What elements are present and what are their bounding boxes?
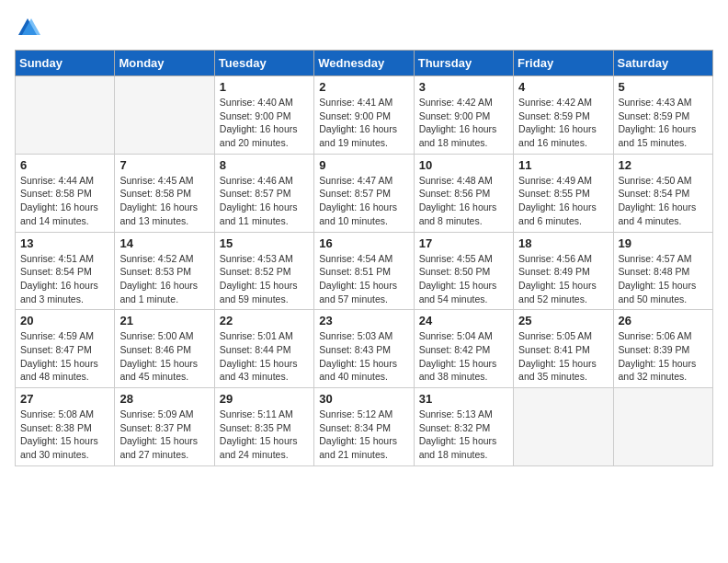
day-number: 7 — [119, 158, 209, 172]
day-number: 8 — [220, 158, 309, 172]
calendar-cell: 24Sunrise: 5:04 AM Sunset: 8:42 PM Dayli… — [414, 310, 513, 388]
day-number: 30 — [319, 392, 408, 406]
cell-text: Sunrise: 4:45 AM Sunset: 8:58 PM Dayligh… — [119, 174, 209, 228]
cell-text: Sunrise: 4:59 AM Sunset: 8:47 PM Dayligh… — [20, 329, 109, 384]
cell-text: Sunrise: 5:09 AM Sunset: 8:37 PM Dayligh… — [119, 408, 209, 462]
calendar-cell: 29Sunrise: 5:11 AM Sunset: 8:35 PM Dayli… — [214, 388, 313, 466]
calendar-cell: 28Sunrise: 5:09 AM Sunset: 8:37 PM Dayli… — [115, 388, 214, 466]
cell-text: Sunrise: 4:48 AM Sunset: 8:56 PM Dayligh… — [419, 174, 508, 228]
calendar-cell: 10Sunrise: 4:48 AM Sunset: 8:56 PM Dayli… — [414, 154, 513, 232]
calendar-cell: 9Sunrise: 4:47 AM Sunset: 8:57 PM Daylig… — [314, 154, 414, 232]
cell-text: Sunrise: 5:11 AM Sunset: 8:35 PM Dayligh… — [220, 408, 309, 462]
calendar-cell: 14Sunrise: 4:52 AM Sunset: 8:53 PM Dayli… — [115, 232, 214, 310]
day-number: 11 — [518, 158, 608, 172]
cell-text: Sunrise: 4:42 AM Sunset: 8:59 PM Dayligh… — [518, 96, 608, 150]
calendar-cell: 6Sunrise: 4:44 AM Sunset: 8:58 PM Daylig… — [16, 154, 115, 232]
calendar-cell: 20Sunrise: 4:59 AM Sunset: 8:47 PM Dayli… — [16, 310, 115, 388]
day-number: 23 — [319, 314, 408, 327]
cell-text: Sunrise: 4:44 AM Sunset: 8:58 PM Dayligh… — [20, 174, 109, 228]
calendar-cell — [16, 76, 115, 155]
cell-text: Sunrise: 4:54 AM Sunset: 8:51 PM Dayligh… — [319, 252, 408, 306]
calendar-week-row: 27Sunrise: 5:08 AM Sunset: 8:38 PM Dayli… — [16, 388, 713, 466]
logo-icon — [15, 15, 40, 40]
calendar-week-row: 1Sunrise: 4:40 AM Sunset: 9:00 PM Daylig… — [16, 76, 713, 155]
calendar-cell: 30Sunrise: 5:12 AM Sunset: 8:34 PM Dayli… — [314, 388, 414, 466]
calendar-cell: 23Sunrise: 5:03 AM Sunset: 8:43 PM Dayli… — [314, 310, 414, 388]
day-number: 29 — [220, 392, 309, 406]
day-number: 14 — [119, 236, 209, 250]
cell-text: Sunrise: 4:50 AM Sunset: 8:54 PM Dayligh… — [619, 174, 708, 228]
calendar-cell — [514, 388, 613, 466]
cell-text: Sunrise: 5:12 AM Sunset: 8:34 PM Dayligh… — [319, 408, 408, 462]
day-number: 20 — [20, 314, 109, 327]
calendar-week-row: 13Sunrise: 4:51 AM Sunset: 8:54 PM Dayli… — [16, 232, 713, 310]
weekday-header: Friday — [514, 51, 613, 76]
calendar-cell: 25Sunrise: 5:05 AM Sunset: 8:41 PM Dayli… — [514, 310, 613, 388]
calendar-cell: 26Sunrise: 5:06 AM Sunset: 8:39 PM Dayli… — [613, 310, 712, 388]
weekday-header: Monday — [115, 51, 214, 76]
day-number: 18 — [518, 236, 608, 250]
cell-text: Sunrise: 4:41 AM Sunset: 9:00 PM Dayligh… — [319, 96, 408, 150]
day-number: 26 — [619, 314, 708, 327]
page-header — [15, 15, 713, 40]
cell-text: Sunrise: 4:51 AM Sunset: 8:54 PM Dayligh… — [20, 252, 109, 306]
calendar-cell — [115, 76, 214, 155]
day-number: 4 — [518, 80, 608, 94]
calendar-cell: 4Sunrise: 4:42 AM Sunset: 8:59 PM Daylig… — [514, 76, 613, 155]
cell-text: Sunrise: 4:53 AM Sunset: 8:52 PM Dayligh… — [220, 252, 309, 306]
calendar-cell: 15Sunrise: 4:53 AM Sunset: 8:52 PM Dayli… — [214, 232, 313, 310]
cell-text: Sunrise: 5:04 AM Sunset: 8:42 PM Dayligh… — [419, 329, 508, 384]
calendar-cell: 2Sunrise: 4:41 AM Sunset: 9:00 PM Daylig… — [314, 76, 414, 155]
day-number: 22 — [220, 314, 309, 327]
day-number: 24 — [419, 314, 508, 327]
cell-text: Sunrise: 4:46 AM Sunset: 8:57 PM Dayligh… — [220, 174, 309, 228]
calendar-cell — [613, 388, 712, 466]
calendar-cell: 5Sunrise: 4:43 AM Sunset: 8:59 PM Daylig… — [613, 76, 712, 155]
cell-text: Sunrise: 5:08 AM Sunset: 8:38 PM Dayligh… — [20, 408, 109, 462]
cell-text: Sunrise: 5:00 AM Sunset: 8:46 PM Dayligh… — [119, 329, 209, 384]
calendar-cell: 31Sunrise: 5:13 AM Sunset: 8:32 PM Dayli… — [414, 388, 513, 466]
weekday-header-row: SundayMondayTuesdayWednesdayThursdayFrid… — [16, 51, 713, 76]
day-number: 5 — [619, 80, 708, 94]
day-number: 12 — [619, 158, 708, 172]
day-number: 10 — [419, 158, 508, 172]
day-number: 25 — [518, 314, 608, 327]
cell-text: Sunrise: 4:49 AM Sunset: 8:55 PM Dayligh… — [518, 174, 608, 228]
cell-text: Sunrise: 4:40 AM Sunset: 9:00 PM Dayligh… — [220, 96, 309, 150]
calendar-cell: 27Sunrise: 5:08 AM Sunset: 8:38 PM Dayli… — [16, 388, 115, 466]
calendar-cell: 21Sunrise: 5:00 AM Sunset: 8:46 PM Dayli… — [115, 310, 214, 388]
calendar-cell: 12Sunrise: 4:50 AM Sunset: 8:54 PM Dayli… — [613, 154, 712, 232]
cell-text: Sunrise: 4:55 AM Sunset: 8:50 PM Dayligh… — [419, 252, 508, 306]
calendar-cell: 8Sunrise: 4:46 AM Sunset: 8:57 PM Daylig… — [214, 154, 313, 232]
day-number: 1 — [220, 80, 309, 94]
calendar-cell: 19Sunrise: 4:57 AM Sunset: 8:48 PM Dayli… — [613, 232, 712, 310]
calendar-cell: 17Sunrise: 4:55 AM Sunset: 8:50 PM Dayli… — [414, 232, 513, 310]
day-number: 16 — [319, 236, 408, 250]
day-number: 6 — [20, 158, 109, 172]
cell-text: Sunrise: 4:52 AM Sunset: 8:53 PM Dayligh… — [119, 252, 209, 306]
calendar-table: SundayMondayTuesdayWednesdayThursdayFrid… — [15, 50, 713, 466]
day-number: 19 — [619, 236, 708, 250]
weekday-header: Tuesday — [214, 51, 313, 76]
calendar-cell: 1Sunrise: 4:40 AM Sunset: 9:00 PM Daylig… — [214, 76, 313, 155]
calendar-week-row: 6Sunrise: 4:44 AM Sunset: 8:58 PM Daylig… — [16, 154, 713, 232]
day-number: 31 — [419, 392, 508, 406]
day-number: 27 — [20, 392, 109, 406]
weekday-header: Saturday — [613, 51, 712, 76]
calendar-cell: 3Sunrise: 4:42 AM Sunset: 9:00 PM Daylig… — [414, 76, 513, 155]
cell-text: Sunrise: 5:13 AM Sunset: 8:32 PM Dayligh… — [419, 408, 508, 462]
weekday-header: Sunday — [16, 51, 115, 76]
calendar-cell: 22Sunrise: 5:01 AM Sunset: 8:44 PM Dayli… — [214, 310, 313, 388]
cell-text: Sunrise: 4:57 AM Sunset: 8:48 PM Dayligh… — [619, 252, 708, 306]
day-number: 13 — [20, 236, 109, 250]
day-number: 17 — [419, 236, 508, 250]
cell-text: Sunrise: 5:06 AM Sunset: 8:39 PM Dayligh… — [619, 329, 708, 384]
cell-text: Sunrise: 4:42 AM Sunset: 9:00 PM Dayligh… — [419, 96, 508, 150]
cell-text: Sunrise: 4:47 AM Sunset: 8:57 PM Dayligh… — [319, 174, 408, 228]
calendar-cell: 18Sunrise: 4:56 AM Sunset: 8:49 PM Dayli… — [514, 232, 613, 310]
cell-text: Sunrise: 5:03 AM Sunset: 8:43 PM Dayligh… — [319, 329, 408, 384]
day-number: 28 — [119, 392, 209, 406]
weekday-header: Thursday — [414, 51, 513, 76]
calendar-cell: 16Sunrise: 4:54 AM Sunset: 8:51 PM Dayli… — [314, 232, 414, 310]
day-number: 3 — [419, 80, 508, 94]
